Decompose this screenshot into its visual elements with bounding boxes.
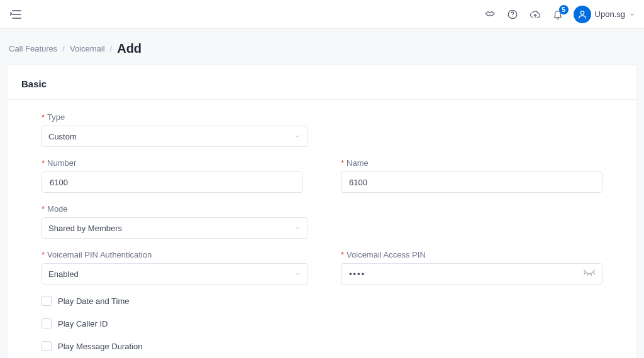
label-name: * Name	[341, 158, 602, 168]
breadcrumb-item-call-features[interactable]: Call Features	[9, 44, 57, 53]
section-title-basic: Basic	[8, 65, 636, 100]
chevron-down-icon	[629, 11, 635, 18]
checkbox-row-play-message-duration: Play Message Duration	[42, 341, 602, 351]
number-input[interactable]	[48, 172, 296, 192]
help-icon-button[interactable]	[506, 8, 519, 21]
notifications-icon-button[interactable]: 5	[551, 8, 565, 21]
avatar	[574, 6, 591, 23]
input-name-wrap	[341, 171, 602, 193]
required-marker: *	[42, 250, 45, 259]
svg-point-1	[512, 16, 513, 17]
label-mode: * Mode	[42, 204, 308, 214]
label-pin-auth: * Voicemail PIN Authentication	[42, 250, 303, 259]
chevron-down-icon	[294, 270, 301, 278]
topbar: 5 Upon.sg	[0, 0, 644, 29]
label-text: Name	[347, 158, 369, 168]
sidebar-toggle-button[interactable]	[9, 8, 23, 21]
breadcrumb-separator: /	[110, 44, 113, 53]
required-marker: *	[341, 158, 344, 168]
select-mode[interactable]: Shared by Members	[42, 217, 308, 239]
label-text: Voicemail Access PIN	[347, 250, 426, 259]
chevron-down-icon	[294, 133, 301, 140]
username-label: Upon.sg	[595, 9, 625, 19]
checkbox-row-play-caller-id: Play Caller ID	[42, 318, 602, 328]
checkbox-play-message-duration[interactable]	[42, 341, 52, 351]
access-pin-input[interactable]	[348, 264, 583, 284]
checkbox-label: Play Message Duration	[58, 342, 142, 351]
label-number: * Number	[42, 158, 303, 168]
breadcrumb: Call Features / Voicemail / Add	[8, 38, 636, 65]
required-marker: *	[42, 112, 45, 122]
handshake-icon-button[interactable]	[483, 8, 497, 21]
svg-point-2	[580, 11, 584, 14]
select-value: Shared by Members	[48, 224, 122, 233]
label-text: Mode	[47, 204, 68, 214]
form-body: * Type Custom * Number	[8, 112, 636, 351]
select-value: Enabled	[48, 269, 79, 279]
handshake-icon	[484, 9, 496, 20]
select-type[interactable]: Custom	[42, 126, 308, 147]
cloud-upload-icon-button[interactable]	[528, 8, 542, 21]
input-number-wrap	[42, 171, 303, 193]
field-mode: * Mode Shared by Members	[42, 204, 308, 239]
chevron-down-icon	[294, 224, 301, 232]
field-access-pin: * Voicemail Access PIN	[341, 250, 602, 285]
user-icon	[577, 9, 587, 19]
page-body: Call Features / Voicemail / Add Basic * …	[0, 29, 644, 358]
required-marker: *	[341, 250, 344, 259]
field-number: * Number	[42, 158, 303, 193]
label-text: Number	[47, 158, 76, 168]
checkbox-label: Play Date and Time	[58, 296, 129, 306]
breadcrumb-separator: /	[62, 44, 65, 53]
select-pin-auth[interactable]: Enabled	[42, 263, 308, 285]
topbar-actions: 5 Upon.sg	[483, 6, 635, 23]
required-marker: *	[42, 158, 45, 168]
checkbox-label: Play Caller ID	[58, 319, 108, 328]
checkbox-row-play-date-time: Play Date and Time	[42, 296, 602, 306]
field-pin-auth: * Voicemail PIN Authentication Enabled	[42, 250, 303, 285]
page-title: Add	[117, 41, 142, 56]
label-type: * Type	[42, 112, 308, 122]
row-number-name: * Number * Name	[42, 158, 602, 204]
label-access-pin: * Voicemail Access PIN	[341, 250, 602, 259]
menu-collapse-icon	[10, 9, 21, 19]
form-card: Basic * Type Custom * Number	[8, 65, 636, 358]
select-value: Custom	[48, 132, 77, 141]
checkbox-play-date-time[interactable]	[42, 296, 52, 306]
field-type: * Type Custom	[42, 112, 308, 147]
notifications-badge: 5	[559, 5, 569, 14]
checkbox-play-caller-id[interactable]	[42, 318, 52, 328]
cloud-upload-icon	[529, 9, 541, 20]
label-text: Voicemail PIN Authentication	[47, 250, 152, 259]
required-marker: *	[42, 204, 45, 214]
row-pin: * Voicemail PIN Authentication Enabled *…	[42, 250, 602, 296]
breadcrumb-item-voicemail[interactable]: Voicemail	[70, 44, 105, 53]
input-access-pin-wrap	[341, 263, 602, 285]
name-input[interactable]	[348, 172, 596, 192]
eye-closed-icon	[583, 269, 596, 278]
label-text: Type	[47, 112, 65, 122]
field-name: * Name	[341, 158, 602, 193]
user-menu[interactable]: Upon.sg	[574, 6, 635, 23]
help-icon	[507, 9, 518, 20]
toggle-visibility-button[interactable]	[583, 269, 596, 279]
